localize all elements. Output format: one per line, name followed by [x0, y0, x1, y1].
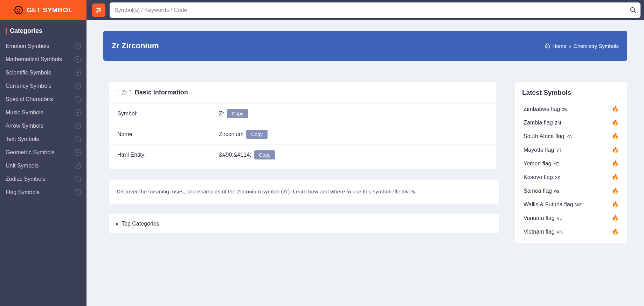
- copy-button[interactable]: Copy: [227, 109, 248, 118]
- home-icon: [545, 43, 550, 49]
- latest-item-name: Yemen flag: [524, 161, 551, 167]
- svg-point-6: [99, 9, 100, 10]
- svg-point-2: [19, 9, 20, 10]
- plus-icon: +: [75, 163, 81, 169]
- info-label: Symbol:: [117, 111, 219, 117]
- sidebar-item-label: Unit Symbols: [6, 163, 39, 169]
- fire-icon: 🔥: [612, 201, 619, 208]
- plus-icon: +: [75, 189, 81, 195]
- fire-icon: 🔥: [612, 133, 619, 140]
- latest-item-name: Samoa flag: [524, 188, 552, 194]
- copy-button[interactable]: Copy: [254, 150, 276, 159]
- sidebar: GET SYMBOL Categories Emotion Symbols+Ma…: [0, 0, 86, 306]
- info-value-wrap: ZirconiumCopy: [219, 130, 268, 139]
- breadcrumb-sep: »: [568, 43, 571, 49]
- fire-icon: 🔥: [612, 228, 619, 235]
- fire-icon: 🔥: [612, 106, 619, 112]
- latest-item[interactable]: Zambia flagZM🔥: [519, 116, 623, 129]
- latest-item[interactable]: Vanuatu flagVU🔥: [519, 211, 623, 225]
- sidebar-item-label: Text Symbols: [6, 136, 39, 142]
- info-value-wrap: &#90;&#114;Copy: [219, 150, 275, 159]
- latest-symbols-card: Latest Symbols Zimbabwe flagzw🔥Zambia fl…: [515, 82, 627, 243]
- search-icon[interactable]: [629, 6, 637, 14]
- filter-button[interactable]: [92, 3, 105, 17]
- sidebar-item[interactable]: Flag Symbols+: [0, 186, 86, 199]
- sidebar-item-label: Arrow Symbols: [6, 123, 43, 129]
- latest-item[interactable]: Yemen flagYE🔥: [519, 157, 623, 170]
- basic-info-heading: " Zr " Basic Information: [109, 82, 496, 104]
- info-table: Symbol:ZrCopyName:ZirconiumCopyHtml Enti…: [109, 104, 496, 165]
- sidebar-item[interactable]: Mathematical Symbols+: [0, 53, 86, 66]
- smiley-icon: [14, 6, 23, 15]
- brand-name: GET SYMBOL: [27, 6, 72, 14]
- triangle-right-icon: ▸: [116, 220, 119, 227]
- info-value: &#90;&#114;: [219, 152, 251, 158]
- sidebar-item-label: Emotion Symbols: [6, 43, 49, 49]
- sidebar-item[interactable]: Arrow Symbols+: [0, 119, 86, 133]
- latest-item-code: VU: [557, 216, 563, 221]
- latest-item-code: ZA: [567, 134, 572, 139]
- latest-item[interactable]: Zimbabwe flagzw🔥: [519, 102, 623, 116]
- latest-item[interactable]: South Africa flagZA🔥: [519, 129, 623, 143]
- breadcrumb-current[interactable]: Chemistry Symbols: [574, 43, 619, 49]
- sidebar-item[interactable]: Music Symbols+: [0, 106, 86, 119]
- latest-item[interactable]: Mayotte flagYT🔥: [519, 143, 623, 157]
- plus-icon: +: [75, 123, 81, 129]
- latest-item-code: YT: [556, 148, 561, 153]
- plus-icon: +: [75, 43, 81, 49]
- svg-line-10: [634, 11, 636, 13]
- info-row: Html Entity:&#90;&#114;Copy: [109, 145, 496, 165]
- info-value-wrap: ZrCopy: [219, 109, 248, 118]
- brand-logo[interactable]: GET SYMBOL: [0, 0, 86, 20]
- fire-icon: 🔥: [612, 147, 619, 153]
- latest-heading: Latest Symbols: [515, 82, 627, 101]
- copy-button[interactable]: Copy: [246, 130, 268, 139]
- categories-list: Emotion Symbols+Mathematical Symbols+Sci…: [0, 40, 86, 199]
- latest-item[interactable]: Kosovo flagXK🔥: [519, 170, 623, 184]
- latest-item-name: Zambia flag: [524, 120, 553, 126]
- sidebar-item[interactable]: Scientific Symbols+: [0, 66, 86, 79]
- sliders-icon: [95, 7, 102, 14]
- sidebar-item-label: Special Characters: [6, 96, 53, 102]
- basic-info-card: " Zr " Basic Information Symbol:ZrCopyNa…: [109, 82, 496, 169]
- sidebar-item[interactable]: Zodiac Symbols+: [0, 172, 86, 186]
- description-card: Discover the meaning, uses, and examples…: [109, 180, 499, 204]
- latest-item-name: South Africa flag: [524, 133, 565, 140]
- breadcrumb-home[interactable]: Home: [552, 43, 566, 49]
- latest-item-code: VN: [557, 230, 563, 235]
- sidebar-item-label: Zodiac Symbols: [6, 176, 46, 182]
- sidebar-item[interactable]: Unit Symbols+: [0, 159, 86, 172]
- topbar: [86, 0, 644, 20]
- top-categories-toggle[interactable]: ▸ Top Categories: [109, 214, 499, 233]
- breadcrumb: Home » Chemistry Symbols: [545, 43, 619, 49]
- latest-item-code: WF: [575, 202, 582, 207]
- sidebar-item[interactable]: Currency Symbols+: [0, 79, 86, 93]
- latest-item[interactable]: Vietnam flagVN🔥: [519, 225, 623, 239]
- info-row: Name:ZirconiumCopy: [109, 124, 496, 145]
- svg-point-1: [17, 9, 18, 10]
- plus-icon: +: [75, 149, 81, 156]
- categories-heading: Categories: [0, 20, 86, 40]
- plus-icon: +: [75, 56, 81, 63]
- search-input[interactable]: [115, 7, 629, 13]
- svg-point-0: [15, 6, 22, 14]
- latest-item-code: YE: [553, 162, 559, 166]
- sidebar-item[interactable]: Special Characters+: [0, 93, 86, 106]
- sidebar-item[interactable]: Emotion Symbols+: [0, 40, 86, 53]
- fire-icon: 🔥: [612, 174, 619, 180]
- sidebar-item[interactable]: Geometric Symbols+: [0, 146, 86, 159]
- plus-icon: +: [75, 83, 81, 89]
- info-value: Zr: [219, 111, 224, 117]
- sidebar-item[interactable]: Text Symbols+: [0, 133, 86, 146]
- page-title: Zr Zirconium: [112, 41, 159, 50]
- latest-item-name: Zimbabwe flag: [524, 106, 560, 112]
- sidebar-item-label: Mathematical Symbols: [6, 56, 62, 63]
- search-wrapper: [110, 2, 640, 18]
- plus-icon: +: [75, 70, 81, 76]
- info-label: Html Entity:: [117, 152, 219, 158]
- latest-item[interactable]: Samoa flagws🔥: [519, 184, 623, 198]
- info-label: Name:: [117, 131, 219, 137]
- latest-item[interactable]: Wallis & Futuna flagWF🔥: [519, 198, 623, 211]
- latest-item-name: Vanuatu flag: [524, 215, 555, 221]
- latest-item-code: zw: [562, 107, 567, 112]
